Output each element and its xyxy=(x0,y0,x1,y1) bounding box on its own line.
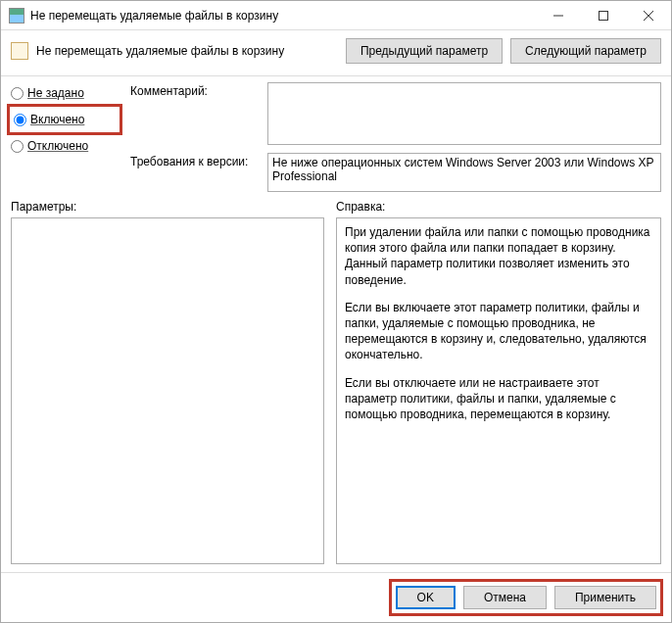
help-panel: При удалении файла или папки с помощью п… xyxy=(336,217,661,564)
help-header: Справка: xyxy=(336,200,385,214)
gpo-icon xyxy=(9,8,24,24)
radio-not-configured[interactable] xyxy=(11,87,24,100)
previous-setting-button[interactable]: Предыдущий параметр xyxy=(346,38,503,64)
next-setting-button[interactable]: Следующий параметр xyxy=(510,38,661,64)
state-radios: Не задано Включено Отключено xyxy=(11,82,119,192)
help-para: Если вы включаете этот параметр политики… xyxy=(345,300,652,363)
maximize-button[interactable] xyxy=(581,1,626,30)
comment-label: Комментарий: xyxy=(130,82,258,145)
help-para: Если вы отключаете или не настраиваете э… xyxy=(345,375,652,423)
ok-button[interactable]: OK xyxy=(396,586,456,609)
minimize-button[interactable] xyxy=(536,1,581,30)
radio-not-configured-label[interactable]: Не задано xyxy=(27,86,84,100)
radio-disabled-label[interactable]: Отключено xyxy=(27,139,88,153)
comment-input[interactable] xyxy=(267,82,661,145)
close-button[interactable] xyxy=(626,1,671,30)
titlebar: Не перемещать удаляемые файлы в корзину xyxy=(1,1,671,30)
header-title: Не перемещать удаляемые файлы в корзину xyxy=(36,44,338,58)
radio-enabled[interactable] xyxy=(14,114,26,126)
svg-rect-0 xyxy=(600,11,608,20)
window-title: Не перемещать удаляемые файлы в корзину xyxy=(30,9,536,23)
radio-disabled[interactable] xyxy=(11,140,24,153)
help-para: При удалении файла или папки с помощью п… xyxy=(345,224,652,288)
apply-button[interactable]: Применить xyxy=(554,586,656,609)
requirements-text: Не ниже операционных систем Windows Serv… xyxy=(267,153,661,192)
radio-enabled-label[interactable]: Включено xyxy=(30,113,84,126)
requirements-label: Требования к версии: xyxy=(130,153,258,192)
cancel-button[interactable]: Отмена xyxy=(463,586,547,609)
options-header: Параметры: xyxy=(11,200,324,214)
header: Не перемещать удаляемые файлы в корзину … xyxy=(1,30,671,76)
options-panel xyxy=(11,217,324,564)
footer-highlight: OK Отмена Применить xyxy=(389,579,663,616)
footer: OK Отмена Применить xyxy=(1,572,671,622)
policy-icon xyxy=(11,42,28,60)
